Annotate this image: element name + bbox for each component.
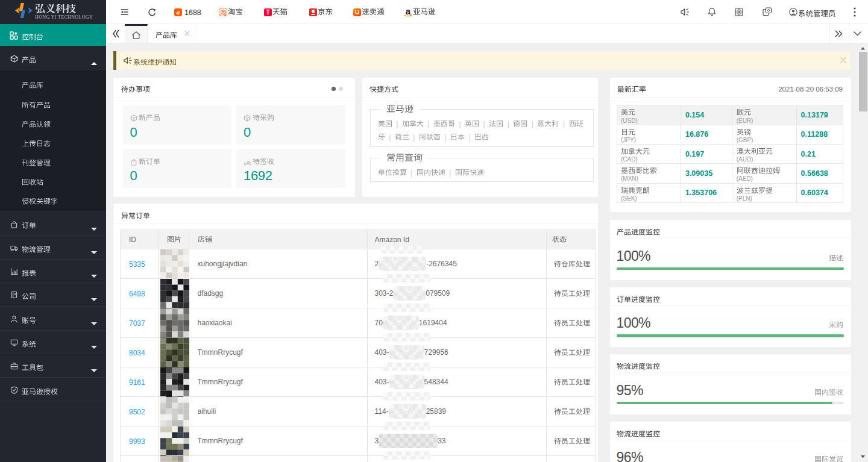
svg-text:a: a — [177, 8, 180, 16]
svg-text:T: T — [266, 9, 269, 16]
